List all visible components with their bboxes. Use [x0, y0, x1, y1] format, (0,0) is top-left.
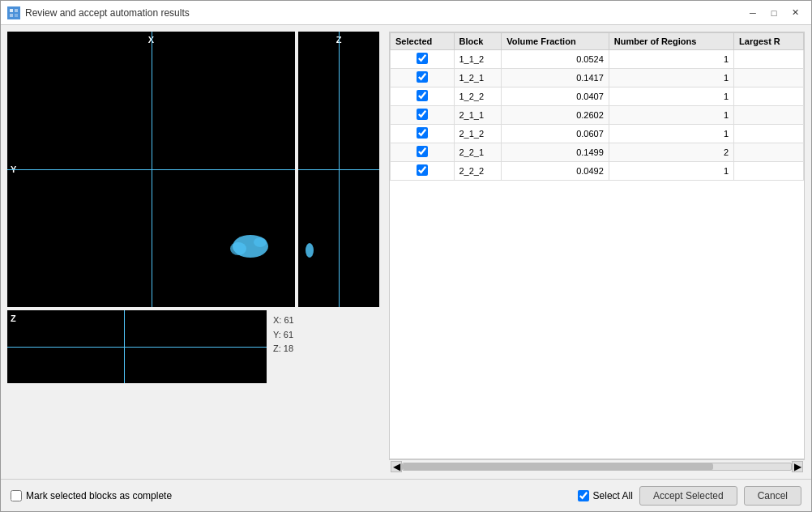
- crosshair-vertical-z: [339, 32, 340, 307]
- minimize-button[interactable]: ─: [743, 5, 763, 21]
- row-largest-r-cell: [734, 162, 804, 181]
- select-all-label: Select All: [593, 490, 633, 501]
- mark-complete-checkbox[interactable]: [11, 490, 22, 501]
- row-num-regions-cell: 1: [609, 69, 733, 87]
- z-view: Z: [298, 32, 379, 307]
- window-title: Review and accept automation results: [25, 7, 190, 19]
- row-block-cell: 2_1_1: [454, 106, 502, 125]
- col-block: Block: [454, 33, 502, 50]
- row-num-regions-cell: 1: [609, 87, 733, 106]
- row-num-regions-cell: 1: [609, 106, 733, 125]
- crosshair-vertical-x: [152, 32, 152, 307]
- row-checkbox-2[interactable]: [417, 90, 428, 101]
- scroll-right-btn[interactable]: ▶: [792, 461, 803, 472]
- row-checkbox-3[interactable]: [417, 109, 428, 120]
- row-volume-fraction-cell: 0.0407: [502, 87, 609, 106]
- bottom-right: Select All Accept Selected Cancel: [578, 486, 801, 506]
- z-bottom-view: Z: [7, 310, 267, 383]
- accept-selected-button[interactable]: Accept Selected: [639, 486, 737, 506]
- row-selected-cell: [391, 162, 455, 181]
- row-block-cell: 2_2_1: [454, 143, 502, 162]
- row-num-regions-cell: 1: [609, 162, 733, 181]
- top-views: X Y Z: [7, 32, 379, 307]
- row-num-regions-cell: 1: [609, 50, 733, 69]
- table-row: 2_2_20.04921: [391, 162, 804, 181]
- coord-z: Z: 18: [273, 342, 294, 356]
- table-row: 2_1_20.06071: [391, 125, 804, 143]
- row-largest-r-cell: [734, 125, 804, 143]
- svg-point-7: [306, 243, 314, 258]
- row-block-cell: 1_2_2: [454, 87, 502, 106]
- row-block-cell: 2_2_2: [454, 162, 502, 181]
- row-selected-cell: [391, 125, 455, 143]
- row-largest-r-cell: [734, 87, 804, 106]
- row-block-cell: 2_1_2: [454, 125, 502, 143]
- svg-rect-3: [15, 14, 18, 17]
- row-volume-fraction-cell: 0.0492: [502, 162, 609, 181]
- row-largest-r-cell: [734, 50, 804, 69]
- crosshair-horizontal-bottom: [7, 347, 267, 348]
- row-selected-cell: [391, 143, 455, 162]
- z-bottom-label: Z: [11, 314, 16, 323]
- row-checkbox-6[interactable]: [417, 164, 428, 176]
- table-row: 1_2_20.04071: [391, 87, 804, 106]
- svg-rect-1: [15, 9, 18, 12]
- table-row: 2_1_10.26021: [391, 106, 804, 125]
- title-bar-controls: ─ □ ✕: [743, 5, 805, 21]
- svg-rect-2: [10, 14, 13, 17]
- bottom-views: Z X: 61 Y: 61 Z: 18: [7, 310, 379, 383]
- scrollbar-thumb: [403, 463, 713, 470]
- horizontal-scrollbar[interactable]: [402, 463, 792, 471]
- table-wrapper[interactable]: Selected Block Volume Fraction Number of…: [389, 32, 805, 459]
- cancel-button[interactable]: Cancel: [744, 486, 801, 506]
- horizontal-scrollbar-row: ◀ ▶: [389, 459, 805, 472]
- row-largest-r-cell: [734, 106, 804, 125]
- main-window: Review and accept automation results ─ □…: [0, 0, 812, 512]
- results-table: Selected Block Volume Fraction Number of…: [390, 32, 804, 181]
- table-row: 1_1_20.05241: [391, 50, 804, 69]
- coordinates-panel: X: 61 Y: 61 Z: 18: [270, 310, 297, 360]
- row-num-regions-cell: 1: [609, 125, 733, 143]
- row-checkbox-0[interactable]: [417, 53, 428, 64]
- maximize-button[interactable]: □: [764, 5, 784, 21]
- select-all-checkbox[interactable]: [578, 490, 589, 501]
- table-panel: Selected Block Volume Fraction Number of…: [386, 25, 811, 479]
- title-bar: Review and accept automation results ─ □…: [1, 1, 811, 25]
- svg-point-5: [230, 242, 246, 255]
- visualization-panel: X Y Z: [1, 25, 386, 479]
- scroll-left-btn[interactable]: ◀: [391, 461, 402, 472]
- row-block-cell: 1_2_1: [454, 69, 502, 87]
- coord-x: X: 61: [273, 314, 294, 328]
- main-content: X Y Z: [1, 25, 811, 479]
- row-checkbox-1[interactable]: [417, 71, 428, 83]
- x-view: X Y: [7, 32, 295, 307]
- col-largest-r: Largest R: [734, 33, 804, 50]
- row-largest-r-cell: [734, 143, 804, 162]
- blob-shape: [226, 226, 271, 258]
- bottom-bar: Mark selected blocks as complete Select …: [1, 479, 811, 511]
- row-checkbox-4[interactable]: [417, 127, 428, 139]
- row-largest-r-cell: [734, 69, 804, 87]
- crosshair-vertical-bottom: [124, 310, 125, 383]
- row-selected-cell: [391, 50, 455, 69]
- coord-y: Y: 61: [273, 328, 294, 343]
- svg-point-6: [254, 237, 267, 247]
- row-selected-cell: [391, 69, 455, 87]
- row-volume-fraction-cell: 0.0607: [502, 125, 609, 143]
- row-num-regions-cell: 2: [609, 143, 733, 162]
- blob-small-shape: [305, 230, 314, 258]
- row-volume-fraction-cell: 0.0524: [502, 50, 609, 69]
- table-row: 1_2_10.14171: [391, 69, 804, 87]
- row-checkbox-5[interactable]: [417, 146, 428, 157]
- row-selected-cell: [391, 106, 455, 125]
- close-button[interactable]: ✕: [785, 5, 805, 21]
- bottom-left: Mark selected blocks as complete: [11, 490, 172, 501]
- select-all-area: Select All: [578, 490, 633, 501]
- table-row: 2_2_10.14992: [391, 143, 804, 162]
- col-num-regions: Number of Regions: [609, 33, 733, 50]
- row-volume-fraction-cell: 0.1417: [502, 69, 609, 87]
- table-header-row: Selected Block Volume Fraction Number of…: [391, 33, 804, 50]
- app-icon: [7, 6, 20, 19]
- row-volume-fraction-cell: 0.2602: [502, 106, 609, 125]
- row-block-cell: 1_1_2: [454, 50, 502, 69]
